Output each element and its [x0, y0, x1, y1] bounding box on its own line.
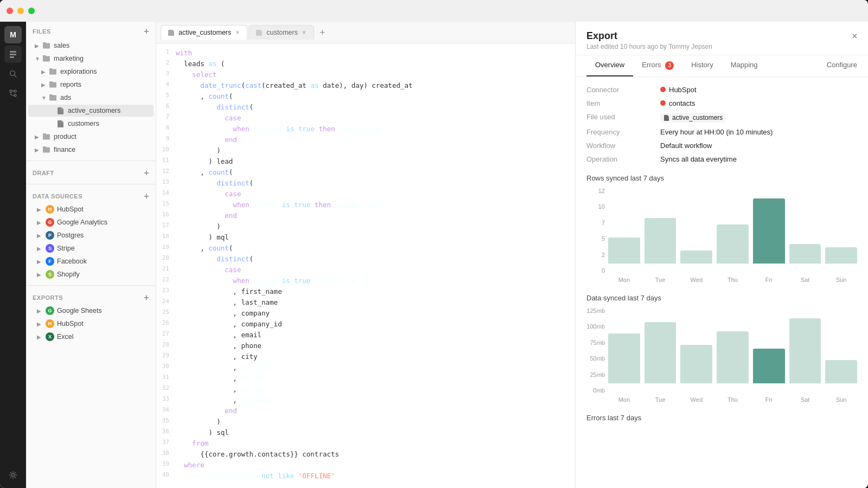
panel-tab-overview[interactable]: Overview	[586, 55, 633, 76]
minimize-button[interactable]	[17, 8, 24, 14]
line-number: 27	[156, 330, 176, 341]
code-line-26: 26 , company_id	[156, 319, 575, 330]
tree-arrow-reports: ▶	[41, 82, 49, 88]
ds-hubspot[interactable]: ▶ H HubSpot	[28, 203, 154, 215]
export-google-sheets[interactable]: ▶ G Google Sheets	[28, 305, 154, 317]
code-line-36: 36 ) sql	[156, 427, 575, 438]
maximize-button[interactable]	[28, 8, 35, 14]
line-content: when is_lead is true then contact_id	[176, 124, 575, 134]
tree-item-ads[interactable]: ▼ ads	[28, 92, 154, 104]
ds-arrow-shopify: ▶	[37, 272, 44, 278]
tab-bar: active_customers × customers × +	[156, 22, 575, 43]
ds-facebook[interactable]: ▶ F Facebook	[28, 255, 154, 267]
ds-pg-label: Postgres	[57, 232, 84, 239]
line-content: where	[176, 460, 575, 471]
bar-sun	[825, 247, 857, 264]
line-number: 40	[156, 471, 176, 481]
bar-sat	[789, 318, 821, 383]
divider-draft	[26, 160, 156, 161]
ds-dot-shopify: S	[46, 270, 54, 279]
code-line-30: 30 , is_lead	[156, 362, 575, 373]
line-content: distinct(	[176, 254, 575, 265]
code-editor[interactable]: 1with2 leads as (3 select4 date_trunc(ca…	[156, 43, 575, 488]
nav-files-icon[interactable]	[4, 46, 22, 63]
ds-arrow-gs: ▶	[37, 308, 44, 314]
panel-close-button[interactable]: ×	[852, 31, 857, 41]
tab-close-customers[interactable]: ×	[301, 29, 307, 36]
line-number: 31	[156, 373, 176, 384]
line-content: end	[176, 134, 575, 145]
exports-add-button[interactable]: +	[144, 293, 149, 302]
line-number: 9	[156, 134, 176, 145]
ds-postgres[interactable]: ▶ P Postgres	[28, 229, 154, 241]
tab-close-active-customers[interactable]: ×	[234, 29, 240, 36]
files-label: FILES	[33, 28, 51, 35]
export-hubspot[interactable]: ▶ H HubSpot	[28, 318, 154, 330]
tab-active-customers-label: active_customers	[178, 29, 231, 36]
product-label: product	[54, 133, 76, 140]
code-line-32: 32 , is_sql	[156, 384, 575, 395]
app-window: M FILES + ▶ sales	[0, 0, 868, 488]
svg-point-10	[12, 474, 15, 477]
ds-stripe[interactable]: ▶ S Stripe	[28, 242, 154, 254]
nav-search-icon[interactable]	[4, 65, 22, 82]
tree-item-explorations[interactable]: ▶ explorations	[28, 66, 154, 78]
panel-configure-button[interactable]: Configure	[827, 55, 857, 76]
code-line-27: 27 , email	[156, 330, 575, 341]
tree-item-sales[interactable]: ▶ sales	[28, 40, 154, 52]
code-line-29: 29 , city	[156, 351, 575, 362]
tree-arrow-ads: ▼	[41, 95, 49, 101]
active-customers-label: active_customers	[68, 107, 120, 114]
line-number: 30	[156, 362, 176, 373]
export-excel[interactable]: ▶ X Excel	[28, 331, 154, 343]
code-line-1: 1with	[156, 48, 575, 59]
panel-subtitle: Last edited 10 hours ago by Tommy Jepsen	[586, 43, 857, 50]
ds-arrow-hs2: ▶	[37, 321, 44, 327]
bar-label-wed: Wed	[680, 277, 712, 283]
line-number: 21	[156, 265, 176, 275]
draft-add-button[interactable]: +	[144, 169, 149, 177]
panel-tab-history[interactable]: History	[682, 55, 722, 76]
bar-label-thu: Thu	[717, 277, 749, 283]
line-content: , is_mql	[176, 373, 575, 384]
svg-rect-1	[10, 54, 16, 55]
tab-add-button[interactable]: +	[315, 28, 330, 37]
line-number: 39	[156, 460, 176, 471]
ds-dot-pg: P	[46, 231, 54, 240]
ds-shopify[interactable]: ▶ S Shopify	[28, 268, 154, 280]
tree-item-finance[interactable]: ▶ finance	[28, 144, 154, 156]
panel-tab-errors[interactable]: Errors 3	[633, 55, 682, 76]
line-content: case	[176, 189, 575, 200]
panel-tab-mapping[interactable]: Mapping	[722, 55, 767, 76]
nav-logo[interactable]: M	[4, 26, 22, 43]
code-line-40: 40 analytics_source not like 'OFFLINE'	[156, 471, 575, 481]
svg-line-4	[14, 75, 16, 77]
nav-settings-icon[interactable]	[4, 466, 22, 484]
datasources-add-button[interactable]: +	[144, 192, 149, 201]
tree-item-product[interactable]: ▶ product	[28, 131, 154, 143]
close-button[interactable]	[7, 8, 13, 14]
data-chart-title: Data synced last 7 days	[586, 294, 857, 302]
tree-item-customers[interactable]: customers	[28, 118, 154, 130]
tab-customers[interactable]: customers ×	[248, 25, 314, 40]
bar-label-thu: Thu	[717, 396, 749, 403]
tab-active-customers[interactable]: active_customers ×	[161, 25, 247, 40]
ds-dot-fb: F	[46, 257, 54, 266]
line-number: 36	[156, 427, 176, 438]
line-content: , is_lead	[176, 362, 575, 373]
line-content: from	[176, 438, 575, 449]
bar-label-wed: Wed	[680, 396, 712, 403]
tree-item-active-customers[interactable]: active_customers	[28, 105, 154, 117]
bar-mon	[608, 333, 640, 383]
ds-arrow-hubspot: ▶	[37, 207, 44, 213]
tree-item-marketing[interactable]: ▼ marketing	[28, 53, 154, 65]
line-content: analytics_source not like 'OFFLINE'	[176, 471, 575, 481]
file-used-value: active_customers	[660, 113, 857, 123]
tree-item-reports[interactable]: ▶ reports	[28, 79, 154, 91]
files-add-button[interactable]: +	[144, 27, 149, 36]
line-content: )	[176, 145, 575, 156]
nav-git-icon[interactable]	[4, 85, 22, 102]
ds-google-analytics[interactable]: ▶ G Google Analytics	[28, 216, 154, 228]
code-line-21: 21 case	[156, 265, 575, 275]
bar-tue	[644, 218, 676, 264]
